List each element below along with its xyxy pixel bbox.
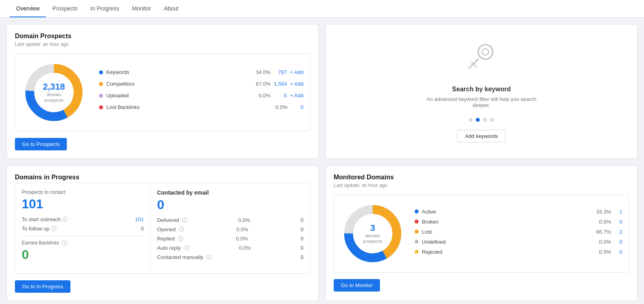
keywords-count: 787 xyxy=(274,69,287,75)
contacted-by-email-value: 0 xyxy=(157,197,303,212)
ip-row-start-outreach: To start outreach i 101 xyxy=(22,216,144,222)
mon-undefined-row: Undefined 0.0% 0 xyxy=(415,239,622,245)
broken-label: Broken xyxy=(422,219,592,225)
dot-4[interactable] xyxy=(490,118,494,122)
auto-reply-label: Auto reply i xyxy=(157,245,189,251)
lost-label: Lost xyxy=(422,229,592,235)
in-progress-card: Domains in Progress Prospects to contact… xyxy=(6,165,319,301)
nav-about[interactable]: About xyxy=(157,0,185,17)
dot-2[interactable] xyxy=(476,118,480,122)
contacted-manually-count: 0 xyxy=(301,254,303,260)
auto-reply-info[interactable]: i xyxy=(184,245,189,251)
uploaded-dot xyxy=(99,94,103,98)
undefined-pct: 0.0% xyxy=(595,239,611,245)
mon-active-row: Active 33.3% 1 xyxy=(415,209,622,215)
domain-prospects-subtitle: Last update: an hour ago xyxy=(15,41,310,47)
ip-opened-row: Opened i 0.0% 0 xyxy=(157,226,303,232)
donut-number: 2,318 xyxy=(43,82,65,92)
broken-count: 0 xyxy=(614,219,622,225)
lost-dot xyxy=(415,230,419,234)
rejected-dot xyxy=(415,250,419,254)
monitored-legend: Active 33.3% 1 Broken 0.0% 0 Lost 66.7% … xyxy=(415,209,622,259)
legend-row-uploaded: Uploaded 0.0% 0 + Add xyxy=(99,92,303,99)
svg-point-4 xyxy=(482,49,489,55)
keywords-add[interactable]: + Add xyxy=(290,69,303,75)
keywords-pct: 34.0% xyxy=(254,69,270,75)
add-keywords-button[interactable]: Add keywords xyxy=(457,130,506,142)
monitored-title: Monitored Domains xyxy=(334,174,629,181)
earned-backlinks-value: 0 xyxy=(22,247,144,262)
ip-right: Contacted by email 0 Delivered i 0.0% 0 … xyxy=(151,183,310,273)
nav-overview[interactable]: Overview xyxy=(10,0,46,17)
mon-lost-row: Lost 66.7% 2 xyxy=(415,229,622,235)
active-pct: 33.3% xyxy=(595,209,611,215)
contacted-manually-info[interactable]: i xyxy=(206,255,212,260)
uploaded-add[interactable]: + Add xyxy=(290,92,303,99)
ip-replied-row: Replied i 0.0% 0 xyxy=(157,236,303,242)
nav-in-progress[interactable]: In Progress xyxy=(84,0,126,17)
go-to-prospects-button[interactable]: Go to Prospects xyxy=(15,138,67,150)
in-progress-inner: Prospects to contact 101 To start outrea… xyxy=(15,183,310,274)
delivered-pct: 0.0% xyxy=(238,217,250,223)
prospects-to-contact-value: 101 xyxy=(22,197,144,212)
rejected-count: 0 xyxy=(614,249,622,255)
donut-center: 2,318 domainprospects xyxy=(43,82,65,103)
delivered-info[interactable]: i xyxy=(182,218,188,223)
ip-auto-reply-row: Auto reply i 0.0% 0 xyxy=(157,245,303,251)
keyword-search-desc: An advanced keyword filter will help you… xyxy=(417,96,546,108)
rejected-pct: 0.0% xyxy=(595,249,611,255)
monitored-donut-label: domainprospects xyxy=(363,233,382,244)
legend-row-lost-backlinks: Lost Backlinks 0.0% 0 xyxy=(99,104,303,110)
monitored-donut-number: 3 xyxy=(363,223,382,233)
start-outreach-info[interactable]: i xyxy=(62,217,68,222)
delivered-count: 0 xyxy=(301,217,303,223)
earned-backlinks-label: Earned Backlinks i xyxy=(22,240,144,246)
opened-label: Opened i xyxy=(157,226,184,232)
main-grid: Domain Prospects Last update: an hour ag… xyxy=(0,18,644,304)
dot-1[interactable] xyxy=(469,118,473,122)
replied-pct: 0.0% xyxy=(236,236,248,242)
start-outreach-value: 101 xyxy=(135,216,144,222)
uploaded-count: 0 xyxy=(274,92,287,99)
undefined-label: Undefined xyxy=(422,239,592,245)
competitors-add[interactable]: + Add xyxy=(290,81,303,87)
auto-reply-pct: 0.0% xyxy=(239,245,251,251)
opened-count: 0 xyxy=(301,226,303,232)
replied-label: Replied i xyxy=(157,236,183,242)
go-to-in-progress-button[interactable]: Go to In Progress xyxy=(15,280,70,293)
lost-backlinks-dot xyxy=(99,105,103,109)
nav-bar: Overview Prospects In Progress Monitor A… xyxy=(0,0,644,18)
lost-backlinks-pct: 0.0% xyxy=(270,104,287,110)
nav-monitor[interactable]: Monitor xyxy=(126,0,157,17)
lost-backlinks-label: Lost Backlinks xyxy=(106,104,267,110)
nav-prospects[interactable]: Prospects xyxy=(46,0,84,17)
ip-delivered-row: Delivered i 0.0% 0 xyxy=(157,217,303,223)
prospects-to-contact-label: Prospects to contact xyxy=(22,189,144,195)
replied-count: 0 xyxy=(301,236,303,242)
opened-info[interactable]: i xyxy=(179,227,184,232)
broken-pct: 0.0% xyxy=(595,219,611,225)
active-dot xyxy=(415,210,419,214)
domain-prospects-title: Domain Prospects xyxy=(15,33,310,40)
replied-info[interactable]: i xyxy=(178,236,183,241)
ip-left: Prospects to contact 101 To start outrea… xyxy=(15,183,151,273)
earned-backlinks-info[interactable]: i xyxy=(62,240,67,246)
lost-backlinks-count: 0 xyxy=(291,104,303,110)
go-to-monitor-button[interactable]: Go to Monitor xyxy=(334,279,380,292)
monitored-inner: 3 domainprospects Active 33.3% 1 Broken … xyxy=(334,195,629,273)
monitored-domains-card: Monitored Domains Last update: an hour a… xyxy=(325,165,638,301)
keywords-dot xyxy=(99,70,103,74)
legend-row-competitors: Competitors 67.0% 1,554 + Add xyxy=(99,81,303,87)
legend-row-keywords: Keywords 34.0% 787 + Add xyxy=(99,69,303,75)
donut-label: domainprospects xyxy=(43,92,65,103)
lost-pct: 66.7% xyxy=(595,229,611,235)
dot-3[interactable] xyxy=(483,118,487,122)
competitors-count: 1,554 xyxy=(274,81,287,87)
active-count: 1 xyxy=(614,209,622,215)
competitors-label: Competitors xyxy=(106,81,250,87)
follow-up-info[interactable]: i xyxy=(51,226,56,231)
opened-pct: 0.0% xyxy=(236,226,248,232)
delivered-label: Delivered i xyxy=(157,217,188,223)
keyword-card: Search by keyword An advanced keyword fi… xyxy=(325,24,638,159)
monitored-donut-center: 3 domainprospects xyxy=(363,223,382,244)
